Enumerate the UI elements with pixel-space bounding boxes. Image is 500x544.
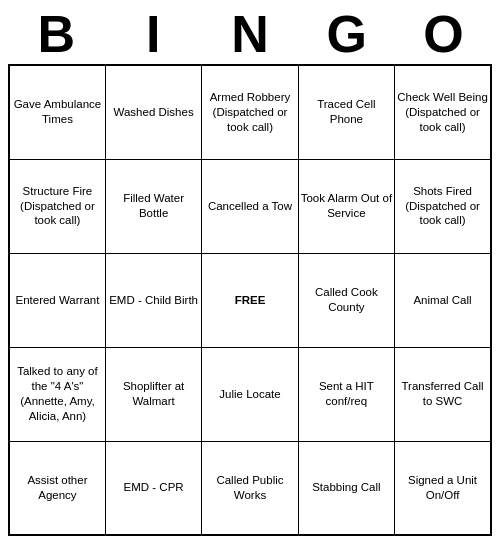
bingo-cell-r1-c4[interactable]: Shots Fired (Dispatched or took call) <box>395 159 491 253</box>
bingo-cell-r1-c2[interactable]: Cancelled a Tow <box>202 159 298 253</box>
letter-n: N <box>202 8 299 60</box>
letter-i: I <box>105 8 202 60</box>
bingo-cell-r4-c3[interactable]: Stabbing Call <box>298 441 394 535</box>
bingo-cell-r4-c2[interactable]: Called Public Works <box>202 441 298 535</box>
bingo-cell-r0-c3[interactable]: Traced Cell Phone <box>298 65 394 159</box>
bingo-cell-r1-c1[interactable]: Filled Water Bottle <box>105 159 201 253</box>
bingo-cell-r3-c2[interactable]: Julie Locate <box>202 347 298 441</box>
bingo-cell-r2-c1[interactable]: EMD - Child Birth <box>105 253 201 347</box>
bingo-cell-r3-c0[interactable]: Talked to any of the "4 A's" (Annette, A… <box>9 347 105 441</box>
letter-b: B <box>8 8 105 60</box>
bingo-cell-r2-c4[interactable]: Animal Call <box>395 253 491 347</box>
bingo-cell-r4-c4[interactable]: Signed a Unit On/Off <box>395 441 491 535</box>
bingo-cell-r0-c2[interactable]: Armed Robbery (Dispatched or took call) <box>202 65 298 159</box>
bingo-cell-r2-c3[interactable]: Called Cook County <box>298 253 394 347</box>
letter-o: O <box>395 8 492 60</box>
bingo-cell-r0-c4[interactable]: Check Well Being (Dispatched or took cal… <box>395 65 491 159</box>
bingo-cell-r3-c3[interactable]: Sent a HIT conf/req <box>298 347 394 441</box>
bingo-grid: Gave Ambulance TimesWashed DishesArmed R… <box>8 64 492 536</box>
bingo-cell-r1-c3[interactable]: Took Alarm Out of Service <box>298 159 394 253</box>
bingo-cell-r0-c1[interactable]: Washed Dishes <box>105 65 201 159</box>
bingo-cell-r3-c4[interactable]: Transferred Call to SWC <box>395 347 491 441</box>
bingo-cell-r2-c0[interactable]: Entered Warrant <box>9 253 105 347</box>
bingo-cell-r1-c0[interactable]: Structure Fire (Dispatched or took call) <box>9 159 105 253</box>
letter-g: G <box>298 8 395 60</box>
bingo-cell-r3-c1[interactable]: Shoplifter at Walmart <box>105 347 201 441</box>
bingo-cell-r2-c2[interactable]: FREE <box>202 253 298 347</box>
bingo-cell-r4-c0[interactable]: Assist other Agency <box>9 441 105 535</box>
bingo-title: B I N G O <box>8 8 492 60</box>
bingo-cell-r0-c0[interactable]: Gave Ambulance Times <box>9 65 105 159</box>
bingo-cell-r4-c1[interactable]: EMD - CPR <box>105 441 201 535</box>
